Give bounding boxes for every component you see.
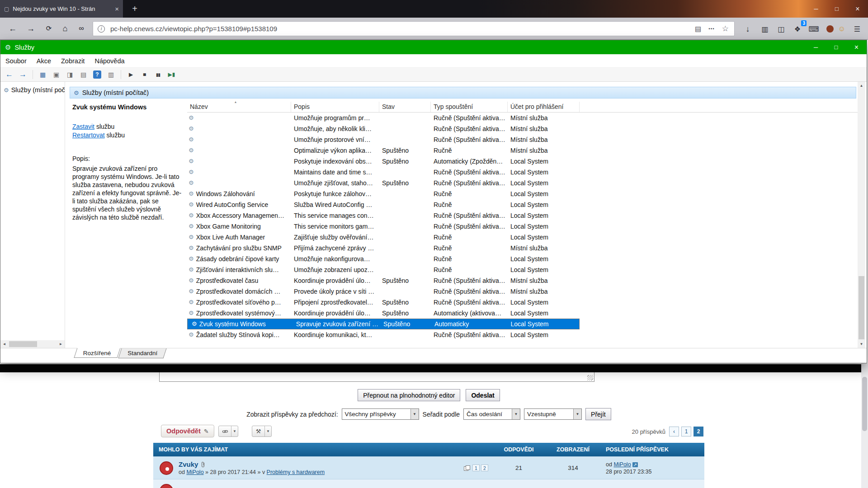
- service-row[interactable]: ⚙Zprostředkovatel síťového p…Připojení z…: [187, 297, 580, 308]
- page-scrollbar-thumb[interactable]: [862, 377, 867, 431]
- browser-maximize-button[interactable]: □: [826, 0, 847, 18]
- vscroll-thumb[interactable]: [859, 276, 864, 339]
- service-row[interactable]: ⚙Umožňuje zjišťovat, staho…SpuštěnoRučně…: [187, 178, 580, 188]
- topic-page-button[interactable]: 1: [472, 465, 480, 471]
- service-row[interactable]: ⚙Zásady odebrání čipové kartyUmožňuje na…: [187, 253, 580, 264]
- service-row[interactable]: ⚙Umožňuje, aby několik kli…Ručně (Spuště…: [187, 123, 580, 134]
- reply-button[interactable]: Odpovědět ✎: [161, 425, 214, 437]
- bookmark-star-icon[interactable]: ☆: [722, 24, 729, 33]
- menu-akce[interactable]: Akce: [32, 57, 56, 65]
- order-select[interactable]: Vzestupně ▼: [524, 408, 582, 420]
- hamburger-menu-icon[interactable]: ☰: [851, 23, 863, 35]
- reload-button[interactable]: ⟳: [42, 22, 55, 35]
- services-title-bar[interactable]: ⚙ Služby ─ □ ×: [0, 40, 867, 54]
- service-row[interactable]: ⚙Poskytuje indexování obs…SpuštěnoAutoma…: [187, 156, 580, 167]
- emoji-extension-icon[interactable]: ☺: [835, 23, 848, 35]
- full-editor-button[interactable]: Přepnout na plnohodnotný editor: [358, 389, 460, 401]
- service-row[interactable]: ⚙Umožňuje programům pr…Ručně (Spuštění a…: [187, 113, 580, 123]
- service-row[interactable]: ⚙Wired AutoConfig ServiceSlužba Wired Au…: [187, 199, 580, 210]
- last-post-author-link[interactable]: MiPolo: [613, 461, 631, 468]
- related-topic-row[interactable]: Zvukyod X↗: [153, 479, 704, 488]
- service-row[interactable]: ⚙Zvuk systému WindowsSpravuje zvuková za…: [187, 319, 580, 329]
- related-topic-row[interactable]: Zvukyod MiPolo » 28 pro 2017 21:44 » v P…: [153, 456, 704, 479]
- pagination-prev-button[interactable]: ‹: [669, 427, 679, 436]
- site-info-icon[interactable]: i: [98, 25, 105, 33]
- col-stav[interactable]: Stav: [379, 102, 431, 112]
- service-row[interactable]: ⚙Žadatel služby Stínová kopi…Koordinuje …: [187, 329, 580, 340]
- url-bar[interactable]: i pc-help.cnews.cz/viewtopic.php?p=15381…: [93, 21, 735, 36]
- library-icon[interactable]: ▥: [759, 23, 771, 35]
- service-row[interactable]: ⚙Zprostředkovatel domácích …Provede úkol…: [187, 286, 580, 297]
- col-popis[interactable]: Popis: [291, 102, 379, 112]
- tree-horizontal-scrollbar[interactable]: ◄ ►: [0, 340, 65, 348]
- service-row[interactable]: ⚙Zachytávání pro službu SNMPPřijímá zach…: [187, 243, 580, 253]
- topic-page-button[interactable]: 2: [481, 465, 488, 471]
- service-row[interactable]: ⚙Windows ZálohováníPoskytuje funkce zálo…: [187, 188, 580, 199]
- downloads-icon[interactable]: ↓: [741, 23, 754, 35]
- col-typ-spousteni[interactable]: Typ spouštění: [431, 102, 508, 112]
- service-row[interactable]: ⚙Optimalizuje výkon aplika…SpuštěnoRučně…: [187, 145, 580, 156]
- topic-forum-link[interactable]: Problémy s hardwarem: [267, 469, 325, 475]
- service-row[interactable]: ⚙Zprostředkovatel časuKoordinuje provádě…: [187, 275, 580, 286]
- service-row[interactable]: ⚙Umožňuje prostorové vní…Ručně (Spuštění…: [187, 134, 580, 145]
- show-console-tree-button[interactable]: ▦: [37, 69, 49, 80]
- topic-title-link[interactable]: Zvuky: [179, 460, 198, 468]
- restart-service-button[interactable]: ▶▮: [165, 69, 178, 80]
- service-row[interactable]: ⚙Xbox Game MonitoringThis service monito…: [187, 221, 580, 232]
- submit-button[interactable]: Odeslat: [466, 389, 500, 401]
- menu-soubor[interactable]: Soubor: [0, 57, 32, 65]
- pause-service-button[interactable]: ▮▮: [152, 69, 164, 80]
- extension-icon[interactable]: ❖ 3: [791, 23, 804, 35]
- tab-close-icon[interactable]: ×: [115, 5, 119, 13]
- pagination-page-2-current[interactable]: 2: [693, 427, 703, 436]
- services-minimize-button[interactable]: ─: [806, 40, 826, 54]
- adblock-extension-icon[interactable]: [824, 23, 836, 35]
- help-button[interactable]: ?: [93, 70, 101, 79]
- list-view-button[interactable]: ▤: [77, 69, 90, 80]
- new-tab-button[interactable]: +: [127, 2, 142, 15]
- browser-minimize-button[interactable]: ─: [806, 0, 826, 18]
- page-scrollbar[interactable]: [861, 363, 868, 488]
- service-row[interactable]: ⚙Maintains date and time s…Ručně (Spuště…: [187, 167, 580, 178]
- properties-button[interactable]: ◨: [64, 69, 76, 80]
- stop-service-link[interactable]: Zastavit: [72, 123, 94, 130]
- forward-button[interactable]: →: [24, 22, 37, 35]
- scroll-left-icon[interactable]: ◄: [0, 340, 8, 348]
- scroll-up-icon[interactable]: ▲: [858, 82, 865, 89]
- browser-tab[interactable]: ▢ Nejdou zvuky ve Win 10 - Strán ×: [0, 0, 123, 18]
- menu-zobrazit[interactable]: Zobrazit: [56, 57, 90, 65]
- sidebars-icon[interactable]: ◫: [775, 23, 788, 35]
- col-nazev[interactable]: Název: [187, 102, 291, 112]
- browser-close-button[interactable]: ×: [847, 0, 868, 18]
- url-text[interactable]: pc-help.cnews.cz/viewtopic.php?p=1538109…: [110, 25, 277, 33]
- service-row[interactable]: ⚙Xbox Live Auth ManagerZajišťuje služby …: [187, 232, 580, 243]
- service-row[interactable]: ⚙Xbox Accessory Managemen…This service m…: [187, 210, 580, 221]
- services-maximize-button[interactable]: □: [826, 40, 846, 54]
- go-button[interactable]: Přejít: [585, 408, 611, 420]
- tab-rozsirene[interactable]: Rozšířené: [74, 348, 120, 358]
- scroll-right-icon[interactable]: ►: [57, 340, 65, 348]
- start-service-button[interactable]: ▶: [125, 69, 137, 80]
- keyboard-extension-icon[interactable]: ⌨: [807, 23, 820, 35]
- scroll-down-icon[interactable]: ▼: [858, 340, 865, 348]
- extension-toolbar-icon[interactable]: ∞: [75, 22, 88, 35]
- service-row[interactable]: ⚙Zjišťování interaktivních slu…Umožňuje …: [187, 264, 580, 275]
- reader-mode-icon[interactable]: ▤: [695, 25, 701, 33]
- console-forward-button[interactable]: →: [17, 69, 29, 80]
- services-close-button[interactable]: ×: [846, 40, 867, 54]
- page-actions-icon[interactable]: •••: [708, 26, 715, 31]
- sort-select[interactable]: Čas odeslání ▼: [463, 408, 520, 420]
- export-list-button[interactable]: ▣: [50, 69, 62, 80]
- back-button[interactable]: ←: [6, 22, 19, 35]
- list-vertical-scrollbar[interactable]: ▲ ▼: [858, 82, 865, 348]
- stop-service-button[interactable]: ■: [138, 69, 151, 80]
- goto-last-post-icon[interactable]: ↗: [632, 462, 638, 467]
- moderator-tools-button[interactable]: ⚒ ▼: [252, 426, 272, 437]
- col-ucet[interactable]: Účet pro přihlášení: [508, 102, 580, 112]
- restart-service-link[interactable]: Restartovat: [72, 131, 105, 139]
- hscroll-thumb[interactable]: [9, 341, 37, 347]
- pane-header[interactable]: ⚙ Služby (místní počítač): [70, 87, 856, 99]
- service-row[interactable]: ⚙Zprostředkovatel systémový…Koordinuje p…: [187, 308, 580, 319]
- filter-select[interactable]: Všechny příspěvky ▼: [342, 408, 419, 420]
- textarea-resize-grip[interactable]: [587, 375, 593, 380]
